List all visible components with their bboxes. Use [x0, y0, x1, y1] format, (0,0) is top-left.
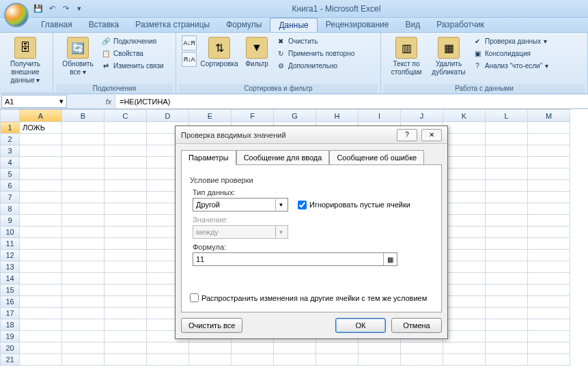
advanced-filter-button[interactable]: ⚙Дополнительно [275, 60, 356, 71]
column-header[interactable]: K [443, 110, 486, 122]
cell[interactable] [20, 331, 62, 342]
cell[interactable] [486, 134, 528, 145]
row-header[interactable]: 7 [1, 192, 20, 203]
cell[interactable] [528, 296, 570, 308]
cell[interactable] [528, 134, 570, 145]
cell[interactable] [62, 145, 104, 157]
row-header[interactable]: 4 [1, 157, 20, 169]
cell[interactable] [486, 342, 528, 354]
sort-desc-button[interactable]: Я↓А [182, 52, 197, 67]
cell[interactable] [62, 284, 104, 296]
cell[interactable] [62, 215, 104, 226]
cell[interactable] [20, 215, 62, 226]
row-header[interactable]: 17 [1, 308, 20, 319]
cell[interactable] [104, 122, 147, 134]
cell[interactable] [443, 180, 486, 192]
save-icon[interactable]: 💾 [33, 3, 44, 14]
cell[interactable] [486, 261, 528, 273]
properties-button[interactable]: 📋Свойства [100, 48, 165, 59]
cell[interactable] [528, 261, 570, 273]
cell[interactable] [20, 169, 62, 180]
cell[interactable] [232, 354, 274, 366]
cell[interactable] [62, 180, 104, 192]
formula-input-dialog[interactable] [193, 255, 383, 263]
cell[interactable]: ЛОЖЬ [20, 122, 62, 134]
column-header[interactable]: F [232, 110, 274, 122]
remove-duplicates-button[interactable]: ▦ Удалить дубликаты [429, 35, 468, 78]
row-header[interactable]: 8 [1, 203, 20, 215]
redo-icon[interactable]: ↷ [60, 3, 71, 14]
cell[interactable] [20, 203, 62, 215]
row-header[interactable]: 6 [1, 180, 20, 192]
cell[interactable] [443, 122, 486, 134]
cell[interactable] [486, 203, 528, 215]
cell[interactable] [20, 238, 62, 250]
cell[interactable] [147, 342, 189, 354]
cell[interactable] [20, 157, 62, 169]
cell[interactable] [104, 319, 147, 331]
cell[interactable] [232, 342, 274, 354]
cell[interactable] [104, 273, 147, 284]
cell[interactable] [274, 342, 316, 354]
cell[interactable] [20, 226, 62, 238]
ignore-blank-input[interactable] [298, 201, 307, 209]
column-header[interactable]: E [189, 110, 232, 122]
row-header[interactable]: 3 [1, 145, 20, 157]
cell[interactable] [528, 226, 570, 238]
cell[interactable] [62, 342, 104, 354]
cell[interactable] [104, 192, 147, 203]
column-header[interactable]: A [20, 110, 62, 122]
cell[interactable] [486, 226, 528, 238]
column-header[interactable]: G [274, 110, 316, 122]
row-header[interactable]: 20 [1, 342, 20, 354]
cell[interactable] [62, 273, 104, 284]
cell[interactable] [528, 238, 570, 250]
data-validation-button[interactable]: ✔Проверка данных ▾ [471, 35, 550, 46]
cell[interactable] [62, 250, 104, 261]
cell[interactable] [443, 238, 486, 250]
cell[interactable] [486, 122, 528, 134]
fx-button[interactable]: fx [102, 98, 115, 106]
cell[interactable] [104, 169, 147, 180]
cell[interactable] [20, 261, 62, 273]
connections-button[interactable]: 🔗Подключения [100, 35, 165, 46]
cell[interactable] [316, 354, 359, 366]
cell[interactable] [486, 354, 528, 366]
cell[interactable] [443, 203, 486, 215]
close-button[interactable]: ✕ [421, 129, 442, 141]
cell[interactable] [528, 169, 570, 180]
cell[interactable] [104, 238, 147, 250]
column-header[interactable]: J [401, 110, 443, 122]
cell[interactable] [443, 331, 486, 342]
cell[interactable] [20, 180, 62, 192]
cell[interactable] [104, 354, 147, 366]
reapply-filter-button[interactable]: ↻Применить повторно [275, 48, 356, 59]
tab-error-message[interactable]: Сообщение об ошибке [329, 150, 424, 165]
tab-formulas[interactable]: Формулы [218, 18, 270, 32]
cell[interactable] [486, 319, 528, 331]
ok-button[interactable]: ОК [335, 318, 386, 333]
cell[interactable] [104, 157, 147, 169]
row-header[interactable]: 13 [1, 261, 20, 273]
cell[interactable] [486, 180, 528, 192]
cell[interactable] [316, 342, 359, 354]
cell[interactable] [443, 296, 486, 308]
cell[interactable] [104, 261, 147, 273]
cell[interactable] [62, 226, 104, 238]
row-header[interactable]: 11 [1, 238, 20, 250]
tab-pagelayout[interactable]: Разметка страницы [127, 18, 218, 32]
cell[interactable] [443, 226, 486, 238]
cell[interactable] [20, 145, 62, 157]
cancel-button[interactable]: Отмена [391, 318, 442, 333]
cell[interactable] [443, 308, 486, 319]
cell[interactable] [62, 319, 104, 331]
sort-button[interactable]: ⇅ Сортировка [199, 35, 239, 70]
column-header[interactable]: I [359, 110, 401, 122]
tab-view[interactable]: Вид [397, 18, 428, 32]
cell[interactable] [486, 145, 528, 157]
cell[interactable] [104, 203, 147, 215]
row-header[interactable]: 14 [1, 273, 20, 284]
type-combo[interactable]: Другой ▼ [193, 198, 288, 211]
cell[interactable] [104, 331, 147, 342]
cell[interactable] [20, 308, 62, 319]
